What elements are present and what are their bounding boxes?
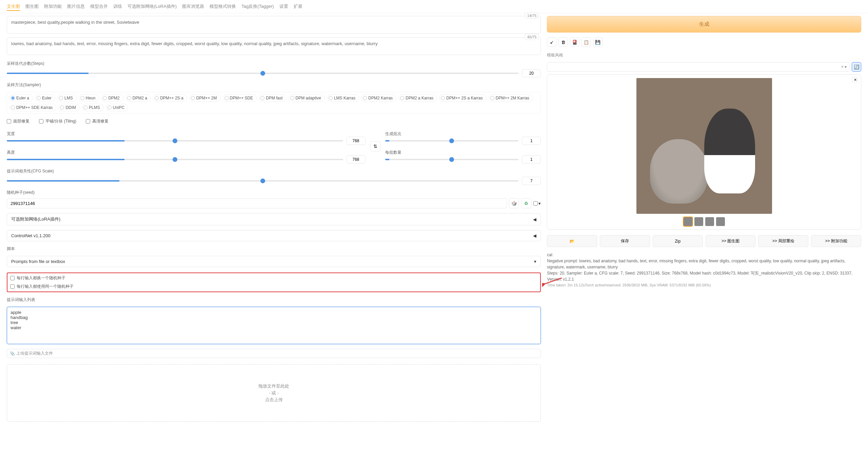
- tab-2[interactable]: 附加功能: [44, 3, 62, 11]
- thumbnail-row: [684, 217, 725, 226]
- output-image[interactable]: [636, 78, 772, 214]
- tab-11[interactable]: 扩展: [294, 3, 302, 11]
- tiling-check[interactable]: 平铺/分块 (Tiling): [39, 118, 76, 124]
- prompt-list-input[interactable]: apple handbag tree water: [7, 307, 541, 344]
- tab-1[interactable]: 图生图: [25, 3, 39, 11]
- sampler-label: 采样方法(Sampler): [7, 82, 541, 88]
- same-seed-each-line-check[interactable]: 每行输入都使用同一个随机种子: [10, 284, 537, 289]
- trash-icon[interactable]: 🗑: [558, 37, 568, 47]
- negative-prompt-input[interactable]: lowres, bad anatomy, bad hands, text, er…: [7, 37, 541, 55]
- sampler-euler-a[interactable]: Euler a: [9, 94, 33, 102]
- seed-extra-check[interactable]: ▾: [533, 201, 541, 206]
- open-folder-button[interactable]: 📂: [547, 235, 597, 247]
- tab-0[interactable]: 文生图: [7, 3, 20, 11]
- annotation-arrow-icon: [542, 277, 563, 287]
- sampler-dpm2-a-karras[interactable]: DPM2 a Karras: [398, 94, 437, 102]
- send-inpaint-button[interactable]: >> 局部重绘: [758, 235, 808, 247]
- positive-prompt-input[interactable]: masterpiece, best quality,people walking…: [7, 16, 541, 34]
- svg-line-0: [544, 278, 562, 284]
- sampler-dpm2[interactable]: DPM2: [101, 94, 123, 102]
- sampler-dpm-2m[interactable]: DPM++ 2M: [189, 94, 221, 102]
- seed-input[interactable]: [7, 199, 507, 208]
- width-label: 宽度: [7, 131, 366, 137]
- tab-7[interactable]: 图库浏览器: [182, 3, 204, 11]
- tab-5[interactable]: 训练: [113, 3, 122, 11]
- sampler-unipc[interactable]: UniPC: [106, 104, 129, 111]
- tab-3[interactable]: 图片信息: [67, 3, 85, 11]
- face-restore-check[interactable]: 面部修复: [7, 118, 29, 124]
- tab-8[interactable]: 模型格式转换: [210, 3, 236, 11]
- sampler-lms[interactable]: LMS: [57, 94, 77, 102]
- sampler-ddim[interactable]: DDIM: [58, 104, 80, 111]
- styles-icon[interactable]: 🎴: [570, 37, 579, 47]
- clipboard-icon[interactable]: 📋: [581, 37, 591, 47]
- seed-random-button[interactable]: 🎲: [509, 198, 519, 208]
- thumbnail[interactable]: [716, 217, 725, 226]
- sampler-dpm2-a[interactable]: DPM2 a: [125, 94, 151, 102]
- output-gallery: ✕: [547, 74, 861, 230]
- highlighted-checkbox-group: 每行输入都换一个随机种子 每行输入都使用同一个随机种子: [7, 273, 541, 292]
- batch-size-slider[interactable]: [385, 159, 519, 160]
- batch-count-value[interactable]: [522, 137, 541, 145]
- sampler-dpm-adaptive[interactable]: DPM adaptive: [289, 94, 325, 102]
- cfg-slider[interactable]: [7, 180, 518, 182]
- batch-count-slider[interactable]: [385, 140, 519, 142]
- controlnet-accordion[interactable]: ControlNet v1.1.200◀: [7, 230, 541, 241]
- style-select[interactable]: × ▾: [547, 62, 850, 72]
- sampler-dpm-2m-karras[interactable]: DPM++ 2M Karras: [489, 94, 533, 102]
- tab-9[interactable]: Tag反推(Tagger): [241, 3, 274, 11]
- save-button[interactable]: 保存: [600, 235, 650, 247]
- sampler-dpm-2s-a[interactable]: DPM++ 2S a: [153, 94, 187, 102]
- cfg-value[interactable]: [522, 177, 541, 185]
- thumbnail[interactable]: [694, 217, 703, 226]
- batch-count-label: 生成批次: [385, 131, 541, 137]
- sampler-dpm-sde[interactable]: DPM++ SDE: [223, 94, 257, 102]
- negative-token-count: 45/75: [525, 34, 539, 40]
- tab-6[interactable]: 可选附加网络(LoRA插件): [127, 3, 177, 11]
- lora-accordion[interactable]: 可选附加网络(LoRA插件)◀: [7, 213, 541, 225]
- save-style-icon[interactable]: 💾: [593, 37, 603, 47]
- sampler-dpm-2s-a-karras[interactable]: DPM++ 2S a Karras: [439, 94, 486, 102]
- arrow-icon[interactable]: ↙: [547, 37, 556, 47]
- steps-label: 采样迭代步数(Steps): [7, 61, 541, 67]
- upload-prompts-button[interactable]: 📎 上传提示词输入文件: [7, 349, 541, 358]
- file-dropzone[interactable]: 拖放文件至此处 - 或 - 点击上传: [7, 364, 541, 422]
- height-slider[interactable]: [7, 159, 343, 160]
- random-seed-each-line-check[interactable]: 每行输入都换一个随机种子: [10, 275, 537, 281]
- zip-button[interactable]: Zip: [653, 235, 703, 247]
- sampler-dpm-fast[interactable]: DPM fast: [259, 94, 286, 102]
- sampler-dpm-sde-karras[interactable]: DPM++ SDE Karras: [9, 104, 56, 111]
- height-label: 高度: [7, 150, 366, 155]
- chevron-down-icon: ▾: [534, 259, 536, 264]
- height-value[interactable]: [347, 155, 366, 164]
- sampler-heun[interactable]: Heun: [79, 94, 99, 102]
- thumbnail[interactable]: [705, 217, 714, 226]
- script-select[interactable]: Prompts from file or textbox▾: [7, 256, 541, 267]
- gallery-close-button[interactable]: ✕: [852, 77, 858, 83]
- width-value[interactable]: [347, 137, 366, 145]
- seed-reuse-button[interactable]: ♻: [521, 198, 531, 208]
- steps-value[interactable]: [522, 69, 541, 77]
- hires-check[interactable]: 高清修复: [86, 118, 108, 124]
- style-refresh-button[interactable]: 🔄: [852, 62, 861, 72]
- batch-size-label: 每批数量: [385, 150, 541, 155]
- send-extras-button[interactable]: >> 附加功能: [811, 235, 861, 247]
- sampler-plms[interactable]: PLMS: [82, 104, 104, 111]
- prompt-list-label: 提示词输入列表: [7, 297, 541, 303]
- main-tabs: 文生图图生图附加功能图片信息模型合并训练可选附加网络(LoRA插件)图库浏览器模…: [0, 0, 868, 13]
- sampler-lms-karras[interactable]: LMS Karras: [327, 94, 359, 102]
- swap-dims-button[interactable]: ⇅: [370, 141, 380, 151]
- batch-size-value[interactable]: [522, 155, 541, 164]
- style-label: 模板风格: [547, 52, 861, 58]
- script-label: 脚本: [7, 246, 541, 252]
- thumbnail[interactable]: [684, 217, 692, 226]
- generate-button[interactable]: 生成: [547, 16, 861, 33]
- tab-10[interactable]: 设置: [279, 3, 288, 11]
- sampler-euler[interactable]: Euler: [35, 94, 55, 102]
- steps-slider[interactable]: [7, 73, 518, 74]
- tab-4[interactable]: 模型合并: [90, 3, 108, 11]
- send-img2img-button[interactable]: >> 图生图: [706, 235, 756, 247]
- sampler-group: Euler aEulerLMSHeunDPM2DPM2 aDPM++ 2S aD…: [7, 92, 541, 114]
- width-slider[interactable]: [7, 140, 343, 142]
- sampler-dpm2-karras[interactable]: DPM2 Karras: [361, 94, 396, 102]
